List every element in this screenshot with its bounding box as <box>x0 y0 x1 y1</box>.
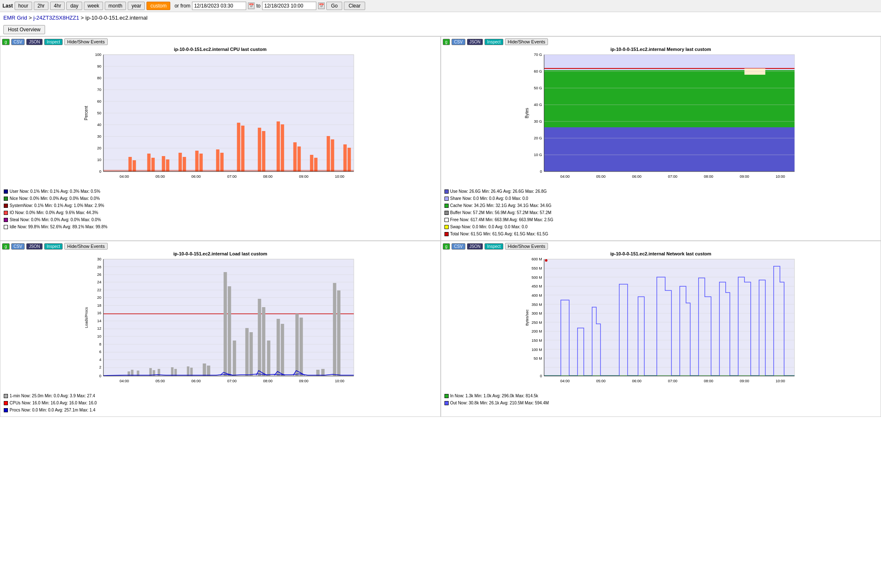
btn-month[interactable]: month <box>105 2 126 10</box>
clear-button[interactable]: Clear <box>344 2 365 10</box>
cpu-chart-panel: g CSV JSON Inspect Hide/Show Events ip-1… <box>0 36 441 241</box>
svg-rect-144 <box>258 299 261 376</box>
load-toolbar: g CSV JSON Inspect Hide/Show Events <box>2 243 439 250</box>
btn-year[interactable]: year <box>128 2 145 10</box>
svg-text:4: 4 <box>99 358 101 362</box>
cpu-hide-show-button[interactable]: Hide/Show Events <box>64 38 108 45</box>
btn-4hr[interactable]: 4hr <box>50 2 65 10</box>
svg-text:07:00: 07:00 <box>227 174 237 179</box>
memory-g-button[interactable]: g <box>443 39 450 45</box>
load-inspect-button[interactable]: Inspect <box>44 243 63 250</box>
svg-text:100: 100 <box>95 53 101 57</box>
network-chart-container: 600 M 550 M 500 M 450 M 400 M 350 M 300 … <box>443 257 879 392</box>
svg-rect-145 <box>262 307 265 376</box>
or-from-label: or from <box>174 3 190 9</box>
svg-text:10:00: 10:00 <box>335 379 344 383</box>
network-chart-title: ip-10-0-0-151.ec2.internal Network last … <box>443 251 879 256</box>
svg-rect-34 <box>216 149 220 172</box>
btn-week[interactable]: week <box>84 2 103 10</box>
btn-day[interactable]: day <box>66 2 82 10</box>
svg-text:400 M: 400 M <box>531 293 542 298</box>
svg-text:90: 90 <box>97 64 101 68</box>
network-csv-button[interactable]: CSV <box>452 243 465 250</box>
svg-rect-62 <box>544 70 794 127</box>
svg-text:12: 12 <box>97 326 101 331</box>
svg-text:80: 80 <box>97 76 101 80</box>
load-g-button[interactable]: g <box>2 243 10 250</box>
breadcrumb: EMR Grid > j-24ZT3ZSX8HZZ1 > ip-10-0-0-1… <box>0 12 881 23</box>
cpu-g-button[interactable]: g <box>2 39 10 45</box>
svg-text:09:00: 09:00 <box>299 379 308 383</box>
breadcrumb-sep2: > <box>81 15 85 21</box>
svg-rect-36 <box>237 123 240 172</box>
svg-rect-41 <box>281 124 284 172</box>
svg-text:04:00: 04:00 <box>560 174 570 179</box>
svg-text:500 M: 500 M <box>531 275 542 280</box>
svg-text:Percent: Percent <box>84 106 88 121</box>
memory-toolbar: g CSV JSON Inspect Hide/Show Events <box>443 38 879 45</box>
to-datetime-input[interactable] <box>262 2 316 10</box>
breadcrumb-cluster[interactable]: j-24ZT3ZSX8HZZ1 <box>33 15 79 21</box>
cpu-inspect-button[interactable]: Inspect <box>44 39 63 45</box>
cpu-csv-button[interactable]: CSV <box>11 39 25 45</box>
btn-2hr[interactable]: 2hr <box>34 2 48 10</box>
btn-custom[interactable]: custom <box>146 2 170 10</box>
to-calendar-icon[interactable]: 📅 <box>318 3 325 9</box>
svg-rect-39 <box>262 131 265 172</box>
svg-rect-40 <box>277 121 280 172</box>
svg-rect-48 <box>343 144 347 172</box>
svg-text:08:00: 08:00 <box>704 379 713 383</box>
cpu-chart-title: ip-10-0-0-151.ec2.internal CPU last cust… <box>2 47 439 52</box>
network-hide-show-button[interactable]: Hide/Show Events <box>505 243 548 250</box>
memory-csv-button[interactable]: CSV <box>452 39 465 45</box>
load-json-button[interactable]: JSON <box>26 243 43 250</box>
svg-text:09:00: 09:00 <box>299 174 308 179</box>
load-chart-title: ip-10-0-0-151.ec2.internal Load last cus… <box>2 251 439 256</box>
svg-rect-150 <box>300 318 303 376</box>
svg-rect-65 <box>744 68 765 75</box>
load-chart-svg: 30 28 26 24 22 20 18 16 14 12 10 8 6 4 2… <box>2 257 439 391</box>
memory-inspect-button[interactable]: Inspect <box>485 39 503 45</box>
svg-text:200 M: 200 M <box>531 329 542 333</box>
svg-text:550 M: 550 M <box>531 266 542 270</box>
svg-text:20: 20 <box>97 146 101 150</box>
cpu-chart-svg: 100 90 80 70 60 50 40 30 20 10 0 Percent <box>2 53 439 186</box>
svg-text:10:00: 10:00 <box>775 379 785 383</box>
svg-text:05:00: 05:00 <box>155 174 165 179</box>
load-hide-show-button[interactable]: Hide/Show Events <box>64 243 108 250</box>
memory-legend: Use Now: 26.6G Min: 26.4G Avg: 26.6G Max… <box>443 187 879 239</box>
go-button[interactable]: Go <box>326 2 342 10</box>
svg-text:60 G: 60 G <box>534 69 542 73</box>
svg-rect-141 <box>233 341 236 376</box>
load-csv-button[interactable]: CSV <box>11 243 25 250</box>
svg-text:10:00: 10:00 <box>775 174 785 179</box>
network-g-button[interactable]: g <box>443 243 450 250</box>
memory-chart-panel: g CSV JSON Inspect Hide/Show Events ip-1… <box>441 36 881 241</box>
svg-rect-153 <box>333 283 336 376</box>
svg-rect-29 <box>166 159 169 172</box>
memory-hide-show-button[interactable]: Hide/Show Events <box>505 38 548 45</box>
svg-rect-142 <box>245 328 249 376</box>
network-inspect-button[interactable]: Inspect <box>485 243 503 250</box>
cpu-json-button[interactable]: JSON <box>26 39 43 45</box>
from-datetime-input[interactable] <box>192 2 246 10</box>
svg-text:07:00: 07:00 <box>668 174 677 179</box>
btn-hour[interactable]: hour <box>15 2 32 10</box>
svg-text:16: 16 <box>97 311 101 315</box>
network-json-button[interactable]: JSON <box>467 243 483 250</box>
svg-rect-154 <box>337 290 341 376</box>
svg-rect-24 <box>129 157 132 172</box>
host-overview-button[interactable]: Host Overview <box>3 25 45 34</box>
cpu-legend: User Now: 0.1% Min: 0.1% Avg: 0.3% Max: … <box>2 187 439 232</box>
svg-rect-136 <box>190 368 193 376</box>
svg-text:06:00: 06:00 <box>632 174 641 179</box>
from-calendar-icon[interactable]: 📅 <box>248 3 255 9</box>
svg-text:300 M: 300 M <box>531 311 542 315</box>
memory-json-button[interactable]: JSON <box>467 39 483 45</box>
svg-text:07:00: 07:00 <box>668 379 677 383</box>
breadcrumb-emr[interactable]: EMR Grid <box>3 15 27 21</box>
svg-text:70 G: 70 G <box>534 53 542 57</box>
load-legend: 1-min Now: 25.0m Min: 0.0 Avg: 3.9 Max: … <box>2 392 439 415</box>
topbar: Last hour 2hr 4hr day week month year cu… <box>0 0 881 12</box>
svg-text:09:00: 09:00 <box>740 174 749 179</box>
